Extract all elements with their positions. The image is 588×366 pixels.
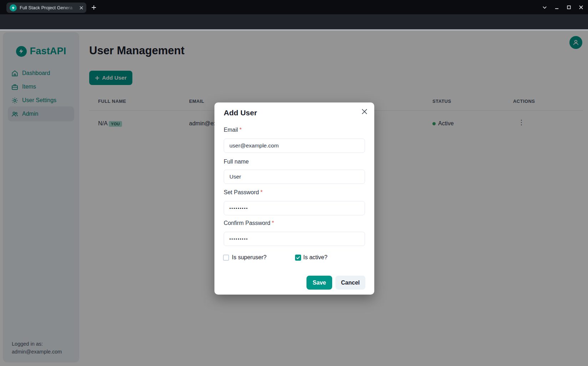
cancel-button[interactable]: Cancel	[335, 276, 365, 290]
set-password-field[interactable]	[224, 201, 365, 215]
new-tab-icon[interactable]	[89, 3, 98, 12]
add-user-modal: Add User Email* Full name* Set Password*…	[214, 102, 374, 295]
window-maximize-icon[interactable]	[564, 3, 573, 11]
is-superuser-label: Is superuser?	[232, 254, 267, 261]
confirm-password-field[interactable]	[224, 232, 365, 246]
browser-toolbar: localhost/admin 1	[0, 14, 588, 29]
is-superuser-checkbox[interactable]	[223, 255, 229, 261]
page-top-strip	[0, 29, 588, 31]
is-active-label: Is active?	[303, 254, 328, 261]
full-name-field[interactable]	[224, 170, 365, 184]
save-button[interactable]: Save	[306, 276, 332, 290]
window-close-icon[interactable]	[577, 3, 585, 11]
page-content: FastAPI Dashboard Items User Settings Ad…	[0, 29, 588, 366]
modal-title: Add User	[224, 109, 257, 117]
confirm-password-label: Confirm Password*	[224, 220, 274, 226]
tab-close-icon[interactable]	[79, 6, 83, 10]
full-name-label: Full name*	[224, 159, 249, 165]
tab-title: Full Stack Project Genera	[20, 5, 79, 10]
browser-titlebar: Full Stack Project Genera	[0, 0, 588, 14]
is-active-checkbox[interactable]	[295, 255, 301, 261]
email-label: Email*	[224, 127, 242, 133]
email-field[interactable]	[224, 139, 365, 153]
fastapi-favicon-icon	[10, 4, 17, 11]
browser-tab[interactable]: Full Stack Project Genera	[6, 2, 86, 13]
tab-search-chevron-icon[interactable]	[540, 3, 549, 11]
modal-close-icon[interactable]	[360, 107, 369, 116]
window-minimize-icon[interactable]	[552, 3, 561, 11]
set-password-label: Set Password*	[224, 189, 263, 196]
